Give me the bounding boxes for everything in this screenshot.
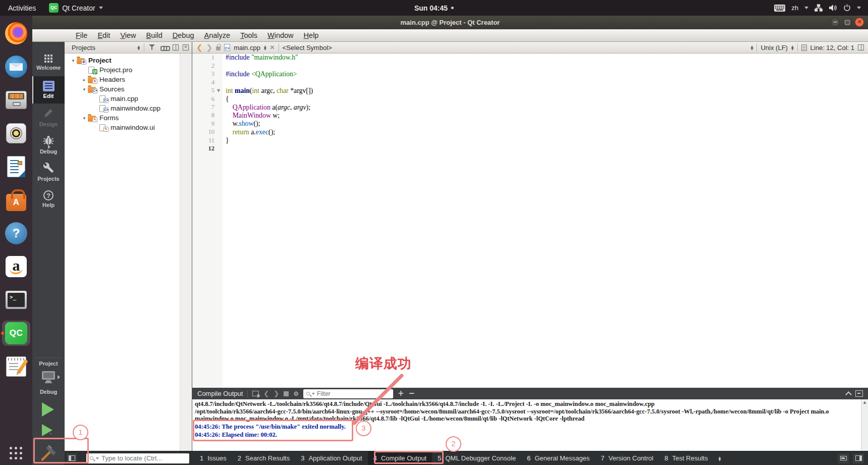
filter-input[interactable]	[317, 390, 377, 397]
filter-button[interactable]	[148, 43, 156, 51]
output-highlight-line: 04:45:26: The process "/usr/bin/make" ex…	[195, 423, 861, 431]
menu-debug[interactable]: Debug	[168, 30, 199, 40]
document-selector-arrows-icon[interactable]: ▲▼	[264, 45, 266, 50]
pane-button-issues[interactable]: 1Issues	[194, 451, 232, 465]
output-panel-body[interactable]: qt4.8.7/include/QtNetwork -I../toolchain…	[192, 399, 861, 451]
encoding-selector-arrows-icon[interactable]: ▲▼	[791, 45, 794, 50]
expander-icon[interactable]: ▾	[81, 116, 88, 121]
pane-button-search-results[interactable]: 2Search Results	[232, 451, 295, 465]
dock-ubuntu-software[interactable]: A	[2, 187, 30, 213]
symbol-selector-arrows-icon[interactable]: ▲▼	[751, 45, 753, 50]
line-ending-selector[interactable]: Unix (LF)	[761, 44, 787, 51]
close-button[interactable]: ✕	[855, 18, 864, 27]
collapse-panel-icon[interactable]	[855, 390, 863, 397]
toggle-right-sidebar-button[interactable]	[853, 453, 864, 463]
minimize-button[interactable]: −	[831, 18, 840, 27]
code-line: 8 MainWindow w;	[192, 112, 868, 120]
system-tray[interactable]: zh	[774, 4, 868, 12]
navigate-back-icon[interactable]: ❮	[196, 44, 203, 51]
menu-analyze[interactable]: Analyze	[199, 30, 236, 40]
mode-projects[interactable]: Projects	[32, 158, 65, 185]
toggle-left-sidebar-button[interactable]	[67, 453, 77, 463]
tree-item-mainwindow-ui[interactable]: ✎mainwindow.ui	[65, 123, 192, 132]
build-button[interactable]	[38, 442, 60, 465]
pane-button-general-messages[interactable]: 6General Messages	[521, 451, 595, 465]
run-button[interactable]	[42, 402, 54, 417]
dock-libreoffice-writer[interactable]	[2, 154, 30, 179]
pane-button-version-control[interactable]: 7Version Control	[595, 451, 659, 465]
menu-view[interactable]: View	[115, 30, 141, 40]
build-progress-button[interactable]	[838, 453, 849, 463]
pane-button-test-results[interactable]: 8Test Results	[659, 451, 714, 465]
tree-item-project-pro[interactable]: QtProject.pro	[65, 65, 192, 75]
menu-edit[interactable]: Edit	[92, 30, 115, 40]
locator-input[interactable]	[101, 454, 182, 462]
maximize-button[interactable]: □	[843, 18, 852, 27]
dock-firefox[interactable]	[2, 21, 30, 46]
line-number: 5	[192, 87, 214, 94]
rebuild-icon[interactable]	[252, 391, 259, 396]
tree-item-forms[interactable]: ▾✎Forms	[65, 113, 192, 123]
mode-debug[interactable]: Debug	[32, 131, 65, 158]
code-editor[interactable]: 1#include "mainwindow.h"23#include <QApp…	[192, 54, 868, 388]
navigate-forward-icon[interactable]: ❯	[206, 44, 213, 51]
dock-qt-creator[interactable]: QC	[2, 321, 30, 346]
split-pane-button[interactable]	[173, 44, 179, 50]
locator[interactable]	[86, 453, 189, 463]
pane-button-compile-output[interactable]: 4Compile Output	[368, 451, 432, 465]
folder-project-icon: ⚙	[77, 57, 85, 64]
symbol-selector[interactable]: <Select Symbol>	[283, 44, 332, 51]
mode-welcome[interactable]: Welcome	[32, 49, 65, 76]
clock-menu[interactable]: Sun 04:45	[414, 4, 454, 12]
dock-app-grid[interactable]	[10, 447, 23, 460]
sync-with-editor-button[interactable]	[160, 44, 169, 50]
tree-scrollbar[interactable]	[180, 54, 192, 451]
dock-thunderbird[interactable]	[2, 54, 30, 79]
tree-item-sources[interactable]: ▾C+Sources	[65, 84, 192, 94]
dock-file-drawer[interactable]	[2, 87, 30, 113]
fold-marker-icon[interactable]: ▼	[214, 88, 223, 93]
output-filter[interactable]	[303, 389, 393, 398]
menu-help[interactable]: Help	[299, 30, 324, 40]
dock-text-editor[interactable]	[2, 354, 30, 379]
menu-tools[interactable]: Tools	[235, 30, 262, 40]
window-title-bar[interactable]: main.cpp @ Project - Qt Creator − □ ✕	[32, 16, 868, 29]
pane-button-application-output[interactable]: 3Application Output	[295, 451, 367, 465]
menu-file[interactable]: File	[71, 30, 92, 40]
dock-rhythmbox[interactable]	[2, 121, 30, 146]
pane-cycle-arrows-icon[interactable]: ▲▼	[719, 456, 721, 461]
next-item-icon[interactable]: ❯	[274, 390, 279, 397]
dock-amazon[interactable]: a	[2, 254, 30, 279]
expander-icon[interactable]: ▸	[81, 77, 88, 82]
maximize-panel-icon[interactable]	[845, 391, 852, 398]
zoom-in-button[interactable]: +	[398, 390, 404, 397]
gear-icon[interactable]: ⚙	[293, 390, 299, 397]
mode-edit[interactable]: Edit	[32, 76, 65, 104]
pane-button-qml-debugger-console[interactable]: 5QML Debugger Console	[432, 451, 521, 465]
activities-button[interactable]: Activities	[0, 0, 44, 16]
tree-item-mainwindow-cpp[interactable]: C+mainwindow.cpp	[65, 104, 192, 113]
zoom-out-button[interactable]: −	[408, 390, 415, 397]
tree-item-project[interactable]: ▾⚙Project	[65, 56, 192, 65]
split-editor-button[interactable]	[858, 44, 864, 50]
close-document-icon[interactable]: ✕	[270, 44, 275, 50]
previous-item-icon[interactable]: ❮	[263, 390, 269, 397]
mode-help[interactable]: ?Help	[32, 185, 65, 213]
expander-icon[interactable]: ▾	[81, 87, 88, 92]
close-pane-button[interactable]: ✕	[183, 44, 189, 50]
open-document-name[interactable]: main.cpp	[234, 44, 260, 51]
dock-help[interactable]: ?	[2, 221, 30, 246]
menu-build[interactable]: Build	[141, 30, 168, 40]
kit-selector-button[interactable]	[41, 371, 56, 386]
focused-app-menu[interactable]: QC Qt Creator	[44, 0, 107, 16]
output-scrollbar[interactable]: ▲	[861, 399, 868, 451]
expander-icon[interactable]: ▾	[70, 58, 77, 63]
tree-item-main-cpp[interactable]: C+main.cpp	[65, 94, 192, 104]
menu-window[interactable]: Window	[262, 30, 299, 40]
dock-terminal[interactable]: >_	[2, 287, 30, 313]
line-number: 3	[192, 70, 214, 78]
tree-item-headers[interactable]: ▸hHeaders	[65, 75, 192, 84]
pane-selector-arrows-icon[interactable]: ▲▼	[137, 45, 140, 50]
mode-design[interactable]: Design	[32, 104, 65, 131]
stop-icon[interactable]	[284, 391, 289, 396]
